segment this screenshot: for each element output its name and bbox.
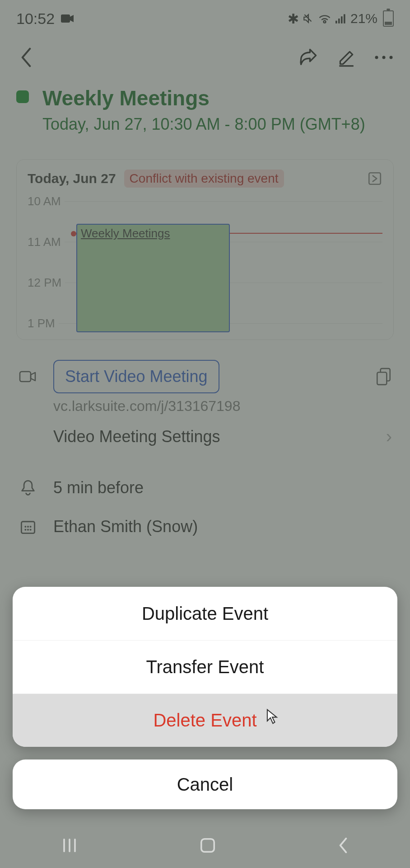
recents-button[interactable] bbox=[61, 837, 79, 854]
transfer-event-button[interactable]: Transfer Event bbox=[13, 640, 397, 693]
action-sheet: Duplicate Event Transfer Event Delete Ev… bbox=[13, 587, 397, 809]
cursor-icon bbox=[266, 708, 279, 722]
cancel-button[interactable]: Cancel bbox=[13, 760, 397, 809]
duplicate-event-button[interactable]: Duplicate Event bbox=[13, 587, 397, 640]
svg-rect-22 bbox=[201, 839, 214, 852]
nav-back-button[interactable] bbox=[337, 837, 349, 854]
home-button[interactable] bbox=[199, 837, 216, 854]
delete-event-button[interactable]: Delete Event bbox=[13, 693, 397, 747]
system-nav-bar bbox=[0, 823, 410, 868]
delete-event-label: Delete Event bbox=[153, 710, 256, 731]
